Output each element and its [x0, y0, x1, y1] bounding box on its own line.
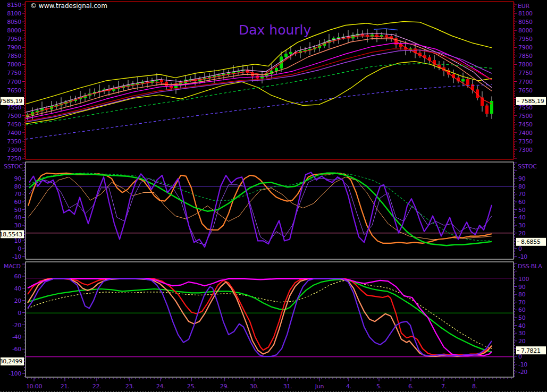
x-axis-tick-label: 7. — [441, 383, 447, 390]
y-axis-tick-label: -40 — [12, 334, 21, 340]
y-axis-tick-label: 90 — [518, 175, 526, 182]
y-axis-tick-label: 20 — [518, 338, 526, 345]
y-axis-tick-label: 80 — [14, 183, 22, 190]
series-ma-pink — [26, 33, 492, 112]
y-axis-tick-label: 8000 — [7, 27, 21, 34]
y-axis-tick-label: -20 — [518, 369, 527, 376]
x-axis-tick-label: 4. — [346, 383, 351, 390]
y-axis-tick-label: 7750 — [7, 70, 21, 76]
y-axis-tick-label: 50 — [518, 207, 526, 214]
y-axis-tick-label: 7900 — [518, 44, 533, 51]
y-axis-tick-label: 8150 — [7, 2, 21, 8]
y-axis-tick-label: -60 — [12, 346, 21, 353]
candle-body-down — [486, 106, 489, 114]
x-axis-tick-label: 29. — [220, 383, 229, 390]
y-axis-tick-label: 60 — [14, 199, 22, 206]
x-axis: 10:0021.22.23.24.25.29.30.31.Jun4.5.6.7.… — [26, 378, 511, 390]
y-axis-tick-label: 7350 — [518, 138, 533, 145]
y-axis-tick-label: 7650 — [518, 87, 533, 94]
current-value-label: 7,7821 — [521, 347, 541, 354]
y-axis-tick-label: 20 — [14, 297, 22, 304]
x-axis-tick-label: 5. — [376, 383, 382, 390]
y-axis-tick-label: 10 — [14, 237, 22, 244]
panel-sstoc: 90807060504030100-10SSTOC18,554390807060… — [0, 162, 546, 260]
tradesignal-chart-window: 8150810080508000795079007850780077507700… — [0, 0, 547, 392]
y-axis-tick-label: 30 — [14, 222, 22, 229]
y-axis-tick-label: 7850 — [518, 53, 533, 59]
y-axis-tick-label: 60 — [518, 306, 526, 313]
y-axis-tick-label: 7450 — [518, 121, 533, 128]
current-value-label: -80,2499 — [0, 358, 22, 365]
y-axis-tick-label: 8100 — [518, 10, 533, 17]
axis-title-eur: EUR — [518, 3, 529, 10]
current-value-label: 18,5543 — [0, 231, 22, 238]
y-axis-tick-label: 90 — [518, 284, 526, 291]
y-axis-tick-label: -10 — [518, 361, 527, 368]
y-axis-tick-label: 7350 — [7, 138, 21, 145]
series-ma-green-dashed — [26, 64, 492, 125]
y-axis-tick-label: -20 — [12, 322, 21, 329]
axis-title-dss-bla: DSS-BLA — [518, 263, 542, 270]
y-axis-tick-label: 7800 — [518, 61, 533, 68]
copyright-text: © www.tradesignal.com — [30, 2, 107, 10]
x-axis-tick-label: 23. — [125, 383, 134, 390]
x-axis-tick-label: 22. — [92, 383, 102, 390]
y-axis-tick-label: 8050 — [518, 19, 533, 25]
y-axis-tick-label: 7400 — [7, 130, 21, 137]
y-axis-tick-label: 70 — [518, 191, 526, 198]
series-ma-violet — [26, 50, 492, 122]
y-axis-tick-label: 40 — [518, 214, 526, 221]
current-value-label: 8,6855 — [521, 238, 541, 245]
y-axis-tick-label: 70 — [518, 299, 526, 306]
y-axis-tick-label: 0 — [518, 245, 522, 252]
y-axis-tick-label: 7750 — [518, 70, 533, 76]
y-axis-tick-label: 7250 — [7, 155, 21, 162]
series-stoch-green-thick — [29, 173, 492, 245]
y-axis-tick-label: 80 — [518, 183, 526, 190]
candle-body-up — [285, 54, 288, 56]
y-axis-tick-label: 8100 — [7, 10, 21, 17]
x-axis-tick-label: 25. — [187, 383, 196, 390]
y-axis-tick-label: 8050 — [7, 19, 21, 25]
candle-body-down — [467, 80, 469, 85]
y-axis-tick-label: 7400 — [518, 130, 533, 137]
y-axis-tick-label: 7500 — [7, 113, 21, 120]
y-axis-tick-label: 40 — [518, 322, 526, 329]
y-axis-tick-label: 7950 — [518, 36, 533, 42]
y-axis-tick-label: 7450 — [7, 121, 21, 128]
y-axis-tick-label: 100 — [518, 276, 529, 283]
y-axis-tick-label: 7900 — [7, 44, 21, 51]
candle-body-down — [161, 80, 163, 82]
y-axis-tick-label: -10 — [12, 253, 21, 260]
current-value-label: 7585,19 — [521, 98, 544, 105]
y-axis-tick-label: 7700 — [518, 79, 533, 86]
x-axis-tick-label: 31. — [283, 383, 292, 390]
x-axis-tick-label: 30. — [250, 383, 259, 390]
y-axis-tick-label: 0 — [18, 245, 21, 252]
candle-body-up — [462, 80, 465, 81]
axis-title-macd: MACD — [4, 263, 21, 270]
y-axis-tick-label: 70 — [14, 191, 22, 198]
x-axis-tick-label: 10:00 — [26, 383, 43, 390]
y-axis-tick-label: 7700 — [7, 79, 21, 86]
x-axis-tick-label: 6. — [408, 383, 414, 390]
y-axis-tick-label: 40 — [14, 214, 22, 221]
x-axis-tick-label: 21. — [61, 383, 70, 390]
candle-body-down — [170, 86, 173, 88]
series-ma-blue — [374, 29, 398, 30]
y-axis-tick-label: 7850 — [7, 53, 21, 59]
chart-title: Dax hourly — [239, 22, 311, 38]
y-axis-tick-label: 20 — [518, 230, 526, 237]
y-axis-tick-label: 7950 — [7, 36, 21, 42]
series-ma-red-slow — [26, 49, 492, 121]
y-axis-tick-label: 7800 — [7, 61, 21, 68]
chart-canvas[interactable]: 8150810080508000795079007850780077507700… — [0, 0, 547, 392]
candle-body-up — [491, 101, 493, 113]
y-axis-tick-label: 60 — [14, 273, 22, 280]
y-axis-tick-label: 0 — [18, 310, 21, 317]
y-axis-tick-label: -10 — [518, 253, 527, 260]
y-axis-tick-label: 50 — [518, 314, 526, 321]
candle-body-up — [290, 52, 292, 54]
x-axis-tick-label: 8. — [472, 383, 477, 390]
axis-title-sstoc: SSTOC — [518, 163, 537, 170]
